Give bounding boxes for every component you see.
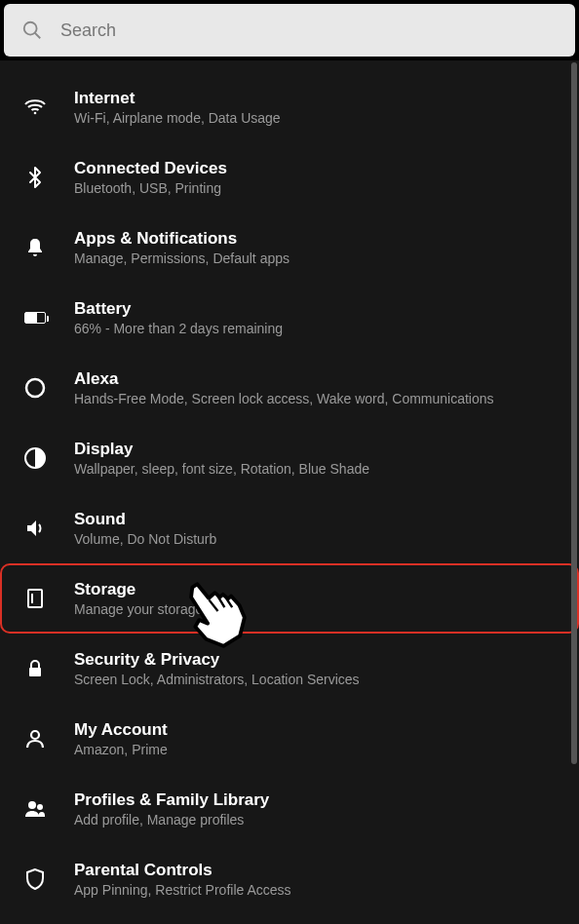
bluetooth-icon xyxy=(16,166,55,189)
search-bar-container xyxy=(0,0,579,60)
item-title: Sound xyxy=(74,510,563,529)
item-subtitle: Manage your storage xyxy=(74,601,563,617)
battery-icon xyxy=(16,312,55,324)
item-subtitle: Manage, Permissions, Default apps xyxy=(74,250,563,266)
alexa-icon xyxy=(16,376,55,400)
search-input[interactable] xyxy=(60,20,558,41)
settings-item-display[interactable]: Display Wallpaper, sleep, font size, Rot… xyxy=(0,423,579,493)
item-subtitle: Hands-Free Mode, Screen lock access, Wak… xyxy=(74,391,563,406)
item-subtitle: Add profile, Manage profiles xyxy=(74,812,563,828)
settings-item-sound[interactable]: Sound Volume, Do Not Disturb xyxy=(0,493,579,563)
svg-point-8 xyxy=(31,731,39,739)
item-title: Parental Controls xyxy=(74,861,563,880)
shield-icon xyxy=(16,867,55,891)
item-text: Display Wallpaper, sleep, font size, Rot… xyxy=(74,440,563,477)
item-subtitle: 66% - More than 2 days remaining xyxy=(74,321,563,336)
item-subtitle: Wi-Fi, Airplane mode, Data Usage xyxy=(74,110,563,126)
item-text: Profiles & Family Library Add profile, M… xyxy=(74,790,563,828)
settings-item-parental-controls[interactable]: Parental Controls App Pinning, Restrict … xyxy=(0,844,579,914)
item-title: Display xyxy=(74,440,563,459)
svg-rect-5 xyxy=(28,590,42,607)
settings-item-my-account[interactable]: My Account Amazon, Prime xyxy=(0,704,579,774)
settings-item-profiles-family[interactable]: Profiles & Family Library Add profile, M… xyxy=(0,774,579,844)
svg-line-1 xyxy=(35,33,41,39)
svg-rect-7 xyxy=(29,668,41,676)
settings-item-internet[interactable]: Internet Wi-Fi, Airplane mode, Data Usag… xyxy=(0,72,579,142)
settings-item-battery[interactable]: Battery 66% - More than 2 days remaining xyxy=(0,283,579,353)
item-text: Security & Privacy Screen Lock, Administ… xyxy=(74,650,563,687)
bell-icon xyxy=(16,236,55,259)
item-text: Battery 66% - More than 2 days remaining xyxy=(74,299,563,336)
item-subtitle: Screen Lock, Administrators, Location Se… xyxy=(74,672,563,687)
item-text: Internet Wi-Fi, Airplane mode, Data Usag… xyxy=(74,89,563,126)
item-text: Connected Devices Bluetooth, USB, Printi… xyxy=(74,159,563,196)
item-subtitle: App Pinning, Restrict Profile Access xyxy=(74,882,563,898)
svg-point-3 xyxy=(26,379,44,397)
item-title: Alexa xyxy=(74,369,563,389)
account-icon xyxy=(16,727,55,751)
settings-item-storage[interactable]: Storage Manage your storage xyxy=(0,563,579,634)
settings-list: Internet Wi-Fi, Airplane mode, Data Usag… xyxy=(0,60,579,914)
scrollbar[interactable] xyxy=(571,62,577,764)
svg-point-0 xyxy=(24,22,37,35)
search-icon xyxy=(21,19,43,41)
storage-icon xyxy=(16,587,55,610)
item-subtitle: Volume, Do Not Disturb xyxy=(74,531,563,547)
item-title: Storage xyxy=(74,580,563,599)
item-subtitle: Amazon, Prime xyxy=(74,742,563,757)
item-title: Profiles & Family Library xyxy=(74,790,563,810)
item-text: Sound Volume, Do Not Disturb xyxy=(74,510,563,547)
settings-item-alexa[interactable]: Alexa Hands-Free Mode, Screen lock acces… xyxy=(0,353,579,423)
search-bar[interactable] xyxy=(4,4,575,57)
item-title: Apps & Notifications xyxy=(74,229,563,249)
item-title: Battery xyxy=(74,299,563,319)
sound-icon xyxy=(16,517,55,540)
item-title: Security & Privacy xyxy=(74,650,563,670)
item-title: Internet xyxy=(74,89,563,108)
lock-icon xyxy=(16,657,55,680)
item-title: Connected Devices xyxy=(74,159,563,178)
item-text: Storage Manage your storage xyxy=(74,580,563,617)
svg-point-9 xyxy=(28,801,36,809)
settings-item-connected-devices[interactable]: Connected Devices Bluetooth, USB, Printi… xyxy=(0,142,579,212)
item-text: Parental Controls App Pinning, Restrict … xyxy=(74,861,563,898)
wifi-icon xyxy=(16,96,55,119)
item-subtitle: Wallpaper, sleep, font size, Rotation, B… xyxy=(74,461,563,477)
settings-item-security-privacy[interactable]: Security & Privacy Screen Lock, Administ… xyxy=(0,634,579,704)
display-icon xyxy=(16,446,55,470)
item-text: Alexa Hands-Free Mode, Screen lock acces… xyxy=(74,369,563,406)
settings-item-apps-notifications[interactable]: Apps & Notifications Manage, Permissions… xyxy=(0,212,579,283)
item-title: My Account xyxy=(74,720,563,740)
svg-point-2 xyxy=(34,112,37,115)
item-subtitle: Bluetooth, USB, Printing xyxy=(74,180,563,196)
profiles-icon xyxy=(16,797,55,821)
svg-point-10 xyxy=(37,804,43,810)
item-text: My Account Amazon, Prime xyxy=(74,720,563,757)
item-text: Apps & Notifications Manage, Permissions… xyxy=(74,229,563,266)
